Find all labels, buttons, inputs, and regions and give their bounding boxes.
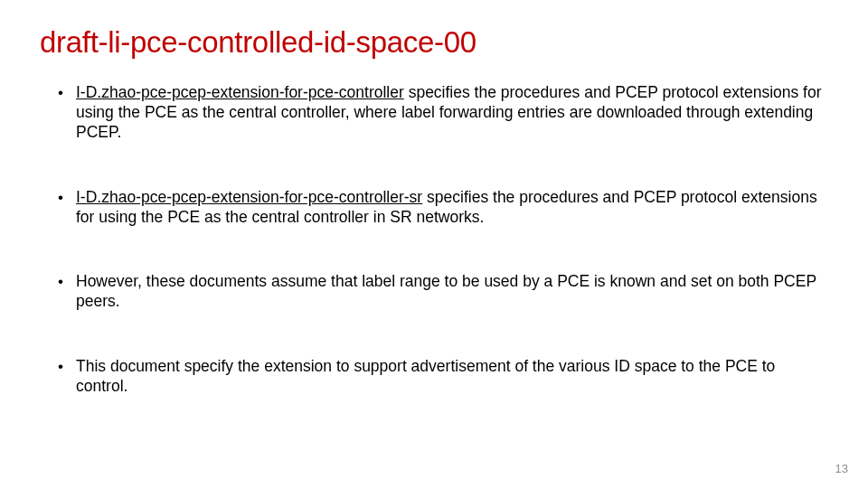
bullet-item: However, these documents assume that lab… [63, 272, 828, 312]
bullet-item: I-D.zhao-pce-pcep-extension-for-pce-cont… [63, 188, 828, 228]
reference-link[interactable]: I-D.zhao-pce-pcep-extension-for-pce-cont… [76, 188, 422, 206]
bullet-item: I-D.zhao-pce-pcep-extension-for-pce-cont… [63, 83, 828, 143]
page-number: 13 [835, 462, 848, 475]
bullet-item: This document specify the extension to s… [63, 357, 828, 397]
slide-title: draft-li-pce-controlled-id-space-00 [40, 25, 828, 60]
bullet-list: I-D.zhao-pce-pcep-extension-for-pce-cont… [40, 83, 828, 397]
bullet-text: This document specify the extension to s… [76, 357, 775, 395]
slide: draft-li-pce-controlled-id-space-00 I-D.… [0, 0, 868, 488]
bullet-text: However, these documents assume that lab… [76, 272, 816, 310]
reference-link[interactable]: I-D.zhao-pce-pcep-extension-for-pce-cont… [76, 83, 404, 101]
